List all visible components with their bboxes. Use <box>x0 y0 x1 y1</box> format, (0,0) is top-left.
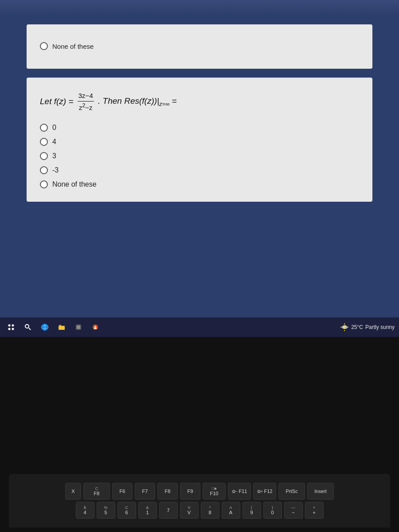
key-f9[interactable]: F9 <box>180 483 200 500</box>
key-a[interactable]: A A <box>222 502 240 519</box>
radio-3[interactable] <box>40 152 48 160</box>
radio-neg3[interactable] <box>40 166 48 174</box>
key-f11[interactable]: ✿− F11 <box>228 483 251 500</box>
svg-point-0 <box>8 325 11 327</box>
weather-icon <box>340 323 349 332</box>
weather-condition: Partly sunny <box>365 324 395 330</box>
radio-button-prev-none[interactable] <box>40 42 48 50</box>
taskbar-app1[interactable] <box>72 321 85 334</box>
radio-0[interactable] <box>40 124 48 132</box>
key-c-key[interactable]: C 6 <box>117 502 136 519</box>
svg-rect-10 <box>77 325 80 329</box>
math-expression: Let f(z) = 3z−4 z2−z . Then Res(f(z))|z=… <box>40 91 177 113</box>
screen-top-bar <box>0 0 399 16</box>
num-row: $ 4 % 5 C 6 & 1 7 V V <box>13 502 386 519</box>
key-dollar[interactable]: $ 4 <box>76 502 94 519</box>
key-x[interactable]: X <box>65 483 81 500</box>
prev-option-none-label: None of these <box>52 43 94 50</box>
svg-point-2 <box>8 328 11 330</box>
key-1[interactable]: & 1 <box>138 502 157 519</box>
svg-rect-8 <box>59 326 65 330</box>
key-f7[interactable]: F7 <box>135 483 155 500</box>
key-v[interactable]: V V <box>180 502 199 519</box>
key-f7-label: F7 <box>142 489 148 494</box>
top-card: None of these <box>27 24 372 69</box>
key-insert[interactable]: Insert <box>307 483 334 500</box>
key-dash[interactable]: — − <box>284 502 303 519</box>
fraction-3z-4: 3z−4 z2−z <box>78 91 94 113</box>
key-prtsc[interactable]: PrtSc <box>278 483 305 500</box>
key-0[interactable]: ) 0 <box>263 502 282 519</box>
key-percent[interactable]: % 5 <box>97 502 115 519</box>
option-3-label: 3 <box>52 152 56 160</box>
key-f12[interactable]: ✿+ F12 <box>253 483 276 500</box>
taskbar: 25°C Partly sunny <box>0 317 399 337</box>
taskbar-left <box>4 321 102 334</box>
key-7[interactable]: 7 <box>159 502 178 519</box>
search-icon[interactable] <box>21 321 35 334</box>
weather-widget: 25°C Partly sunny <box>340 323 395 332</box>
option-none-of-these[interactable]: None of these <box>40 180 359 188</box>
fn-row: X C F8 F6 F7 F8 F9 □■ F10 ✿− F11 <box>13 483 386 500</box>
option-0-label: 0 <box>52 124 56 132</box>
key-f8[interactable]: F8 <box>157 483 178 500</box>
option-3[interactable]: 3 <box>40 152 359 160</box>
prev-option-none[interactable]: None of these <box>40 42 359 50</box>
keyboard: X C F8 F6 F7 F8 F9 □■ F10 ✿− F11 <box>9 474 390 528</box>
option-neg3[interactable]: -3 <box>40 166 359 174</box>
key-f6[interactable]: F6 <box>112 483 133 500</box>
taskbar-right: 25°C Partly sunny <box>340 323 395 332</box>
key-9[interactable]: ( 9 <box>243 502 261 519</box>
start-button[interactable] <box>4 321 18 334</box>
file-manager-icon[interactable] <box>55 321 68 334</box>
option-neg3-label: -3 <box>52 166 59 174</box>
screen: None of these Let f(z) = 3z−4 z2−z . The… <box>0 0 399 337</box>
options-list: 0 4 3 -3 None of these <box>40 124 359 188</box>
key-f6-label: F6 <box>120 489 125 494</box>
svg-point-4 <box>25 325 29 328</box>
question-text: Let f(z) = 3z−4 z2−z . Then Res(f(z))|z=… <box>40 91 359 113</box>
option-4[interactable]: 4 <box>40 138 359 146</box>
then-res-label: . Then Res(f(z))|z=∞ = <box>96 95 177 108</box>
radio-none[interactable] <box>40 180 48 188</box>
key-f9-label: F9 <box>188 489 193 494</box>
radio-4[interactable] <box>40 138 48 146</box>
svg-line-5 <box>29 328 31 330</box>
key-f10[interactable]: □■ F10 <box>203 483 226 500</box>
option-none-label: None of these <box>52 180 97 188</box>
option-0[interactable]: 0 <box>40 124 359 132</box>
key-8[interactable]: * 8 <box>201 502 219 519</box>
keyboard-area: X C F8 F6 F7 F8 F9 □■ F10 ✿− F11 <box>0 337 399 532</box>
browser-icon[interactable] <box>38 321 51 334</box>
key-plus[interactable]: + + <box>305 502 324 519</box>
weather-temp: 25°C <box>351 324 363 330</box>
numerator: 3z−4 <box>78 91 94 102</box>
svg-point-3 <box>12 328 14 330</box>
denominator: z2−z <box>78 102 94 113</box>
key-f8-label: F8 <box>165 489 171 494</box>
taskbar-app2[interactable] <box>89 321 102 334</box>
main-question-card: Let f(z) = 3z−4 z2−z . Then Res(f(z))|z=… <box>27 78 372 202</box>
option-4-label: 4 <box>52 138 56 146</box>
svg-point-1 <box>12 325 14 327</box>
let-f-z-label: Let f(z) = <box>40 95 76 108</box>
key-c-f8[interactable]: C F8 <box>83 483 110 500</box>
